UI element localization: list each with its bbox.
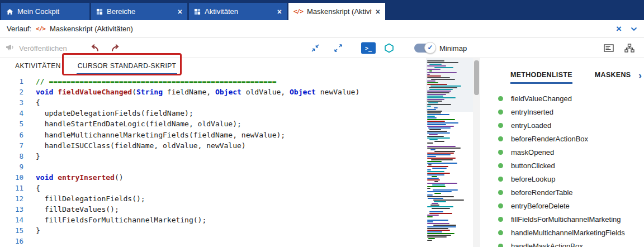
minimap-line bbox=[427, 132, 450, 134]
panel-tab-maskens[interactable]: MASKENS bbox=[595, 67, 631, 84]
script-tab-cursor-standard-skript[interactable]: CURSOR STANDARD-SKRIPT bbox=[77, 58, 178, 75]
app-window: Mein CockpitBereiche×Aktivitäten×</>Mask… bbox=[0, 0, 644, 247]
chevron-down-icon[interactable] bbox=[631, 27, 637, 31]
minimap-line bbox=[427, 171, 444, 172]
minimap[interactable] bbox=[426, 58, 473, 247]
method-list-item[interactable]: maskOpened bbox=[480, 145, 644, 159]
window-tab-aktivit-ten[interactable]: Aktivitäten× bbox=[189, 3, 287, 20]
minimap-line bbox=[427, 112, 441, 113]
publish-button[interactable]: Veröffentlichen bbox=[6, 43, 67, 53]
window-tab-bereiche[interactable]: Bereiche× bbox=[91, 3, 187, 20]
minimap-line bbox=[427, 122, 458, 124]
history-item[interactable]: Maskenskript (Aktivitäten) bbox=[50, 25, 133, 33]
method-name: beforeLookup bbox=[511, 175, 556, 183]
collapse-icon[interactable] bbox=[311, 44, 320, 53]
close-icon[interactable]: × bbox=[376, 8, 380, 16]
method-list-item[interactable]: beforeRenderTable bbox=[480, 186, 644, 199]
code-text: { bbox=[29, 184, 40, 192]
minimap-line bbox=[429, 213, 452, 214]
vertical-scrollbar[interactable] bbox=[473, 58, 480, 247]
history-bar: Verlauf: </> Maskenskript (Aktivitäten) … bbox=[0, 20, 644, 38]
line-number: 6 bbox=[0, 131, 29, 139]
window-tab-maskenskript-aktivit[interactable]: </>Maskenskript (Aktivit...× bbox=[288, 3, 385, 20]
chevron-right-icon[interactable]: › bbox=[636, 70, 642, 80]
method-list-item[interactable]: entryBeforeDelete bbox=[480, 199, 644, 212]
minimap-line bbox=[427, 228, 448, 229]
code-line[interactable]: 10void entryInserted() bbox=[0, 172, 426, 183]
redo-icon[interactable] bbox=[111, 44, 121, 52]
code-line[interactable]: 8} bbox=[0, 151, 426, 162]
script-tab-aktivit-ten[interactable]: AKTIVITÄTEN bbox=[14, 58, 62, 75]
method-list-item[interactable]: handleMultichannelMarketingFields bbox=[480, 226, 644, 239]
sitemap-icon[interactable] bbox=[624, 44, 634, 53]
code-line[interactable]: 4 updateDelegationFields(fieldName); bbox=[0, 108, 426, 118]
code-glyph: </> bbox=[293, 8, 303, 15]
method-name: handleMultichannelMarketingFields bbox=[511, 229, 625, 237]
minimap-line bbox=[426, 144, 473, 145]
minimap-line bbox=[427, 169, 431, 170]
close-icon[interactable]: × bbox=[277, 8, 282, 16]
minimap-line bbox=[427, 142, 433, 144]
minimap-toggle[interactable]: ✓ bbox=[414, 44, 434, 53]
code-line[interactable]: 1// ====================================… bbox=[0, 76, 426, 87]
minimap-line bbox=[427, 188, 430, 189]
code-line[interactable]: 6 handleMultichannelMarketingFields(fiel… bbox=[0, 129, 426, 140]
code-line[interactable]: 2void fieldValueChanged(String fieldName… bbox=[0, 87, 426, 97]
hexagon-icon[interactable] bbox=[384, 43, 394, 53]
line-number: 14 bbox=[0, 216, 29, 224]
code-line[interactable]: 9 bbox=[0, 162, 426, 172]
minimap-line bbox=[427, 215, 439, 216]
code-line[interactable]: 13 fillDateValues(); bbox=[0, 204, 426, 215]
code-editor[interactable]: 1// ====================================… bbox=[0, 75, 426, 247]
code-text: handleStartEndDateLogic(fieldName, oldVa… bbox=[29, 120, 242, 128]
line-number: 11 bbox=[0, 184, 29, 192]
method-list-item[interactable]: handleMaskActionBox bbox=[480, 239, 644, 247]
code-line[interactable]: 3{ bbox=[0, 97, 426, 108]
method-list-item[interactable]: beforeLookup bbox=[480, 172, 644, 186]
method-list-item[interactable]: buttonClicked bbox=[480, 159, 644, 172]
minimap-line bbox=[427, 223, 449, 224]
minimap-line bbox=[427, 158, 456, 159]
scrollbar-thumb[interactable] bbox=[474, 60, 479, 95]
code-line[interactable]: 12 fillDelegationFields(); bbox=[0, 193, 426, 204]
minimap-line bbox=[433, 200, 464, 201]
minimap-line bbox=[427, 191, 452, 192]
method-dot-icon bbox=[498, 136, 503, 141]
method-list-item[interactable]: entryLoaded bbox=[480, 118, 644, 132]
panel-tab-methodenliste[interactable]: METHODENLISTE bbox=[510, 67, 572, 84]
method-name: handleMaskActionBox bbox=[511, 242, 583, 247]
method-dot-icon bbox=[498, 163, 503, 168]
minimap-line bbox=[432, 208, 450, 209]
method-name: fieldValueChanged bbox=[511, 94, 572, 103]
method-list-item[interactable]: entryInserted bbox=[480, 105, 644, 118]
code-line[interactable]: 5 handleStartEndDateLogic(fieldName, old… bbox=[0, 118, 426, 129]
undo-icon[interactable] bbox=[89, 44, 100, 52]
method-list-item[interactable]: fieldValueChanged bbox=[480, 92, 644, 105]
minimap-line bbox=[427, 236, 447, 238]
console-button[interactable]: >_ bbox=[361, 42, 376, 54]
method-list-item[interactable]: fillFieldsForMultichannelMarketing bbox=[480, 212, 644, 226]
code-line[interactable]: 14 fillFieldsForMultichannelMarketing(); bbox=[0, 215, 426, 225]
method-dot-icon bbox=[498, 244, 503, 247]
code-line[interactable]: 15} bbox=[0, 225, 426, 236]
expand-icon[interactable] bbox=[334, 44, 343, 53]
code-text: fillFieldsForMultichannelMarketing(); bbox=[29, 216, 206, 224]
code-line[interactable]: 11{ bbox=[0, 183, 426, 193]
minimap-line bbox=[427, 221, 433, 222]
minimap-line bbox=[434, 141, 444, 142]
home-icon bbox=[6, 8, 13, 15]
code-text: handleISUCClass(fieldName, oldValue, new… bbox=[29, 141, 246, 150]
publish-icon bbox=[6, 43, 15, 53]
history-bar-actions: × bbox=[616, 24, 637, 34]
snippet-icon[interactable] bbox=[604, 44, 614, 52]
minimap-line bbox=[427, 163, 457, 164]
close-icon[interactable]: × bbox=[616, 24, 622, 34]
code-line[interactable]: 16 bbox=[0, 236, 426, 246]
main-area: AKTIVITÄTENCURSOR STANDARD-SKRIPT 1// ==… bbox=[0, 58, 644, 247]
code-line[interactable]: 7 handleISUCClass(fieldName, oldValue, n… bbox=[0, 140, 426, 151]
line-number: 4 bbox=[0, 109, 29, 117]
close-icon[interactable]: × bbox=[178, 8, 182, 16]
window-tab-mein-cockpit[interactable]: Mein Cockpit bbox=[1, 3, 89, 20]
method-list-item[interactable]: beforeRenderActionBox bbox=[480, 132, 644, 145]
minimap-line bbox=[427, 166, 448, 167]
